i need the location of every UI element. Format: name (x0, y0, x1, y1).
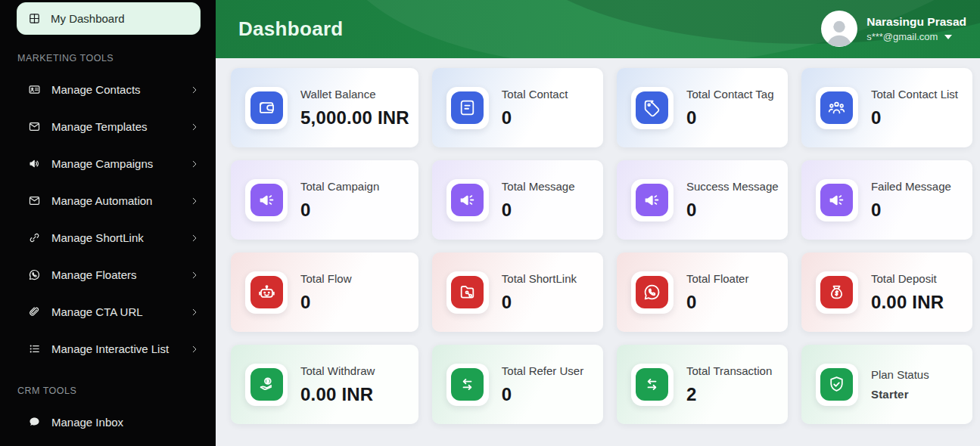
stat-card-total-withdraw: Total Withdraw0.00 INR (231, 345, 418, 424)
sidebar: My Dashboard MARKETING TOOLSManage Conta… (0, 0, 216, 446)
sidebar-item-label: Manage Inbox (51, 416, 123, 429)
speaker-icon (28, 157, 41, 170)
sidebar-item-manage-shortlink[interactable]: Manage ShortLink (0, 219, 216, 256)
card-title: Total Contact List (871, 88, 958, 101)
card-value: 5,000.00 INR (300, 107, 409, 129)
sidebar-item-manage-interactive-list[interactable]: Manage Interactive List (0, 330, 216, 367)
card-text: Total Contact Tag0 (686, 88, 774, 129)
user-avatar-icon (823, 16, 855, 47)
section-title: MARKETING TOOLS (0, 35, 216, 71)
card-title: Total Transaction (686, 364, 772, 377)
sidebar-item-label: Manage Campaigns (51, 157, 153, 170)
icon-tile (245, 364, 288, 406)
header: Dashboard Narasingu Prasad s***@gmail.co… (216, 0, 980, 58)
chevron-right-icon (190, 85, 199, 94)
stat-card-success-message: Success Message0 (617, 160, 788, 240)
card-text: Total Flow0 (300, 272, 352, 313)
user-name: Narasingu Prasad (866, 15, 966, 29)
icon-tile (245, 87, 288, 129)
icon-tile (816, 364, 858, 406)
whatsapp-icon (636, 276, 668, 308)
card-text: Total Floater0 (686, 272, 749, 313)
avatar[interactable] (821, 11, 857, 47)
card-title: Success Message (686, 180, 779, 193)
list-icon (28, 342, 41, 355)
chevron-right-icon (190, 122, 199, 132)
sidebar-item-label: Manage Contacts (51, 83, 141, 96)
card-text: Total ShortLink0 (502, 272, 577, 313)
hand-coin-icon (250, 368, 283, 401)
megaphone-icon (451, 184, 484, 216)
card-value: 0 (686, 200, 779, 221)
sidebar-item-manage-cta-url[interactable]: Manage CTA URL (0, 293, 216, 330)
sidebar-item-manage-campaigns[interactable]: Manage Campaigns (0, 145, 216, 182)
envelope-icon (28, 194, 41, 207)
money-bag-icon (820, 276, 853, 308)
sidebar-item-manage-contacts[interactable]: Manage Contacts (0, 71, 216, 108)
sidebar-sections: MARKETING TOOLSManage ContactsManage Tem… (0, 35, 216, 441)
card-title: Total Contact Tag (686, 88, 774, 101)
card-title: Total Flow (300, 272, 352, 285)
stat-card-total-floater: Total Floater0 (617, 252, 788, 332)
people-group-icon (820, 91, 853, 124)
card-value: 0 (686, 107, 774, 129)
icon-tile (816, 87, 858, 129)
sidebar-item-manage-inbox[interactable]: Manage Inbox (0, 404, 216, 441)
card-title: Wallet Balance (300, 88, 409, 101)
sidebar-item-my-dashboard[interactable]: My Dashboard (17, 2, 201, 35)
app: My Dashboard MARKETING TOOLSManage Conta… (0, 0, 980, 446)
icon-tile (245, 271, 288, 314)
card-text: Total Refer User0 (502, 364, 583, 405)
icon-tile (816, 179, 858, 221)
note-icon (451, 91, 484, 124)
card-value: 0 (300, 200, 379, 221)
user-info: Narasingu Prasad s***@gmail.com (866, 15, 966, 43)
card-text: Total Campaign0 (300, 180, 379, 221)
stat-card-total-deposit: Total Deposit0.00 INR (801, 252, 972, 332)
sidebar-item-label: Manage Automation (51, 194, 152, 207)
user-email: s***@gmail.com (866, 31, 938, 42)
stat-card-plan-status: Plan StatusStarter (801, 345, 972, 424)
sidebar-item-manage-floaters[interactable]: Manage Floaters (0, 256, 216, 293)
card-value: 0 (300, 292, 352, 313)
card-text: Plan StatusStarter (871, 368, 929, 401)
sidebar-item-label: Manage ShortLink (51, 231, 144, 244)
card-title: Total ShortLink (502, 272, 577, 285)
sidebar-item-manage-automation[interactable]: Manage Automation (0, 182, 216, 219)
card-text: Success Message0 (686, 180, 779, 221)
card-text: Total Withdraw0.00 INR (300, 364, 375, 405)
stat-card-total-message: Total Message0 (432, 160, 603, 240)
card-value: Starter (871, 388, 929, 401)
link-icon (28, 231, 41, 244)
icon-tile (245, 179, 288, 221)
sidebar-item-manage-templates[interactable]: Manage Templates (0, 108, 216, 145)
card-value: 0 (502, 292, 577, 313)
stat-card-failed-message: Failed Message0 (801, 160, 972, 240)
stat-card-total-campaign: Total Campaign0 (231, 160, 418, 240)
chat-bubble-icon (28, 416, 41, 429)
chevron-right-icon (190, 234, 199, 243)
stat-card-total-transaction: Total Transaction2 (617, 345, 788, 424)
card-value: 2 (686, 384, 772, 405)
chevron-right-icon (190, 308, 199, 317)
card-text: Failed Message0 (871, 180, 951, 221)
dashboard-grid-icon (28, 12, 41, 25)
megaphone-icon (820, 184, 853, 216)
icon-tile (631, 87, 674, 129)
stat-card-total-contact-tag: Total Contact Tag0 (617, 68, 788, 147)
sidebar-item-label: Manage Floaters (51, 268, 137, 281)
card-value: 0 (502, 107, 568, 129)
caret-down-icon[interactable] (944, 35, 952, 39)
chevron-right-icon (190, 271, 199, 280)
folder-link-icon (451, 276, 484, 308)
icon-tile (446, 179, 489, 221)
card-title: Total Floater (686, 272, 749, 285)
user-menu[interactable]: Narasingu Prasad s***@gmail.com (821, 11, 966, 47)
stat-card-total-shortlink: Total ShortLink0 (432, 252, 603, 332)
card-title: Plan Status (871, 368, 929, 381)
chevron-right-icon (190, 197, 199, 206)
card-text: Total Contact List0 (871, 88, 958, 129)
stat-card-total-contact-list: Total Contact List0 (801, 68, 972, 147)
tag-icon (636, 91, 668, 124)
sidebar-item-label: My Dashboard (51, 12, 125, 25)
